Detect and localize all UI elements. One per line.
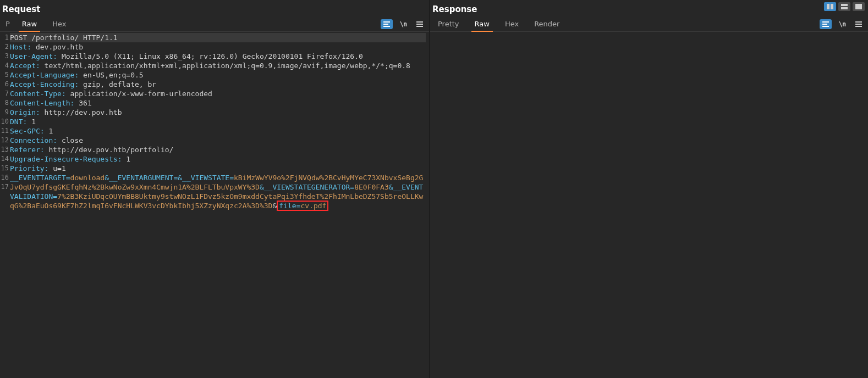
code-line[interactable]: Origin: http://dev.pov.htb <box>10 108 426 117</box>
response-editor[interactable] <box>430 32 868 378</box>
code-line[interactable]: Sec-GPC: 1 <box>10 126 426 136</box>
code-line[interactable]: User-Agent: Mozilla/5.0 (X11; Linux x86_… <box>10 52 426 61</box>
code-line[interactable]: Priority: u=1 <box>10 164 426 173</box>
request-search-hint[interactable]: P <box>0 20 14 31</box>
tab-response-pretty[interactable]: Pretty <box>430 20 467 31</box>
request-code[interactable]: POST /portfolio/ HTTP/1.1Host: dev.pov.h… <box>10 33 429 378</box>
hamburger-icon[interactable] <box>414 19 426 29</box>
tab-request-raw[interactable]: Raw <box>14 20 45 31</box>
svg-rect-2 <box>383 26 390 27</box>
tab-response-render[interactable]: Render <box>526 20 567 31</box>
code-line[interactable]: Connection: close <box>10 136 426 145</box>
hamburger-icon[interactable] <box>853 19 865 29</box>
code-line[interactable]: DNT: 1 <box>10 117 426 126</box>
pretty-format-icon[interactable] <box>381 19 393 29</box>
code-line[interactable]: Accept-Encoding: gzip, deflate, br <box>10 80 426 89</box>
request-pane: Request P Raw Hex \n 1 2 3 4 5 6 7 8 9 1… <box>0 0 429 378</box>
code-line[interactable]: Host: dev.pov.htb <box>10 42 426 52</box>
svg-rect-11 <box>855 26 862 27</box>
code-line[interactable]: __EVENTTARGET=download&__EVENTARGUMENT=&… <box>10 173 426 210</box>
svg-rect-0 <box>383 21 390 23</box>
response-tabbar: Pretty Raw Hex Render \n <box>430 16 868 32</box>
svg-rect-3 <box>416 21 423 23</box>
svg-rect-8 <box>822 26 829 27</box>
layout-toggle-group <box>824 2 865 11</box>
code-line[interactable]: Referer: http://dev.pov.htb/portfolio/ <box>10 145 426 154</box>
pretty-format-icon[interactable] <box>820 19 832 29</box>
response-gutter <box>430 33 440 378</box>
svg-rect-5 <box>416 26 423 27</box>
request-tabbar: P Raw Hex \n <box>0 16 429 32</box>
request-toolbar: \n <box>381 19 426 29</box>
svg-rect-6 <box>822 21 829 23</box>
response-code[interactable] <box>440 33 868 378</box>
svg-rect-1 <box>383 24 388 25</box>
layout-rows-button[interactable] <box>838 2 850 11</box>
tab-response-raw[interactable]: Raw <box>467 20 497 31</box>
show-newlines-icon[interactable]: \n <box>836 19 848 29</box>
tab-response-hex[interactable]: Hex <box>497 20 526 31</box>
code-line[interactable]: Upgrade-Insecure-Requests: 1 <box>10 154 426 164</box>
code-line[interactable]: Content-Type: application/x-www-form-url… <box>10 89 426 98</box>
response-toolbar: \n <box>820 19 865 29</box>
request-gutter: 1 2 3 4 5 6 7 8 9 10 11 12 13 14 15 16 1… <box>0 33 10 378</box>
svg-rect-9 <box>855 21 862 23</box>
request-editor[interactable]: 1 2 3 4 5 6 7 8 9 10 11 12 13 14 15 16 1… <box>0 32 429 378</box>
code-line[interactable]: Content-Length: 361 <box>10 98 426 108</box>
response-pane: Response Pretty Raw Hex Render \n <box>430 0 868 378</box>
layout-columns-button[interactable] <box>824 2 836 11</box>
code-line[interactable]: POST /portfolio/ HTTP/1.1 <box>10 33 426 42</box>
tab-request-hex[interactable]: Hex <box>45 20 74 31</box>
code-line[interactable]: Accept: text/html,application/xhtml+xml,… <box>10 61 426 70</box>
response-title: Response <box>430 0 868 16</box>
code-line[interactable]: Accept-Language: en-US,en;q=0.5 <box>10 70 426 80</box>
svg-rect-7 <box>822 24 827 25</box>
request-title: Request <box>0 0 429 16</box>
layout-single-button[interactable] <box>853 2 865 11</box>
file-param-highlight: file=cv.pdf <box>277 201 328 211</box>
show-newlines-icon[interactable]: \n <box>397 19 409 29</box>
svg-rect-4 <box>416 24 423 25</box>
svg-rect-10 <box>855 24 862 25</box>
